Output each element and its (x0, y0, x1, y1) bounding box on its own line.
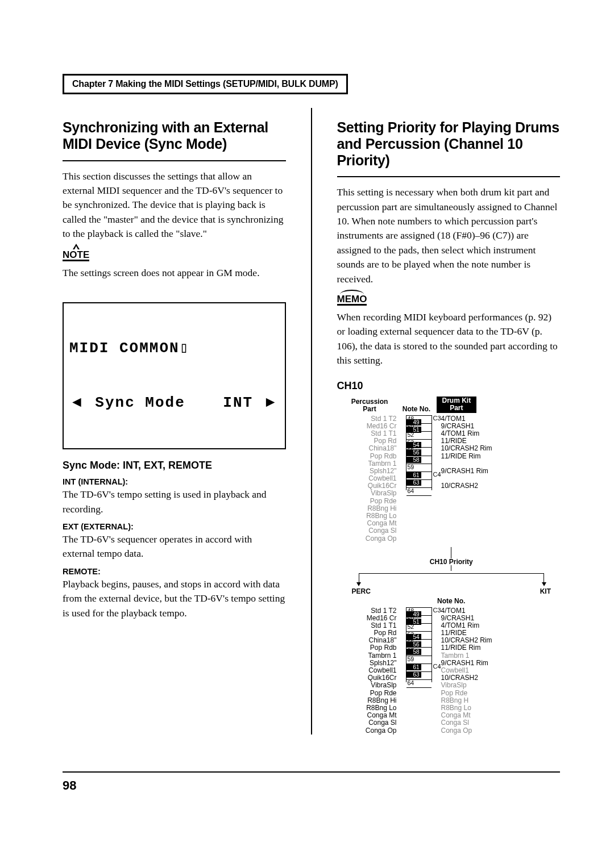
list-item: Med16 Cr (343, 423, 397, 430)
list-item: Conga Sl (343, 527, 397, 535)
list-item: Pop Rdb (343, 453, 397, 460)
lcd-line1: MIDI COMMON▯ (69, 340, 279, 357)
int-title: INT (INTERNAL): (63, 477, 286, 486)
note-icon: NOTE (63, 249, 89, 261)
list-item: R8Bng Hi (343, 697, 397, 704)
list-item: 4/TOM1 (441, 607, 561, 615)
list-item: VibraSlp (343, 682, 397, 689)
list-item: Conga Op (441, 727, 561, 735)
ch10-diagram: Percussion Part Note No. Drum Kit Part S… (343, 397, 561, 734)
right-heading: Setting Priority for Playing Drums and P… (337, 119, 561, 168)
ext-body: The TD-6V's sequencer operates in accord… (63, 532, 286, 561)
right-intro: This setting is necessary when both drum… (337, 185, 561, 286)
left-intro: This section discusses the settings that… (63, 169, 286, 241)
kit-branch: KIT (540, 588, 551, 595)
list-item: Tambrn 1 (343, 652, 397, 660)
chapter-header: Chapter 7 Making the MIDI Settings (SETU… (63, 74, 348, 94)
list-item: Pop Rdb (343, 644, 397, 652)
lcd-display: MIDI COMMON▯ ◄ Sync Mode INT ► (63, 302, 286, 450)
remote-title: REMOTE: (63, 567, 286, 576)
lcd-sync-mode: Sync Mode (95, 394, 185, 411)
list-item: R8Bng H (441, 697, 561, 704)
list-item: Conga Sl (343, 719, 397, 727)
list-item: Std 1 T2 (343, 607, 397, 615)
list-item: 10/CRASH2 Rim (441, 445, 561, 452)
list-item: Pop Rde (343, 498, 397, 505)
sync-mode-heading: Sync Mode: INT, EXT, REMOTE (63, 460, 286, 471)
ch10-label: CH10 (337, 380, 561, 392)
hdr-noteno2: Note No. (343, 598, 561, 605)
list-item: Tambrn 1 (343, 460, 397, 468)
remote-body: Playback begins, pauses, and stops in ac… (63, 577, 286, 620)
ext-title: EXT (EXTERNAL): (63, 522, 286, 531)
int-body: The TD-6V's tempo setting is used in pla… (63, 487, 286, 516)
list-item: 9/CRASH1 (441, 423, 561, 430)
list-item (441, 460, 561, 468)
list-item: VibraSlp (343, 490, 397, 497)
list-item: Std 1 T2 (343, 415, 397, 423)
list-item: Med16 Cr (343, 615, 397, 622)
memo-text: When recording MIDI keyboard performance… (337, 310, 561, 368)
right-column: Setting Priority for Playing Drums and P… (337, 119, 561, 735)
list-item: 10/CRASH2 (441, 482, 561, 490)
list-item: Pop Rde (441, 690, 561, 697)
hdr-noteno: Note No. (397, 406, 437, 413)
page-number: 98 (63, 778, 76, 793)
list-item: Conga Sl (441, 719, 561, 727)
left-column: Synchronizing with an External MIDI Devi… (63, 119, 286, 735)
list-item: China18" (343, 445, 397, 452)
hdr-percussion: Percussion Part (343, 398, 397, 412)
left-heading: Synchronizing with an External MIDI Devi… (63, 119, 286, 152)
memo-icon: MEMO (337, 293, 367, 306)
list-item: 11/RIDE Rim (441, 453, 561, 460)
list-item: 9/CRASH1 Rim (441, 468, 561, 475)
list-item: Pop Rde (343, 690, 397, 697)
priority-label: CH10 Priority (430, 558, 473, 566)
hdr-drumkit: Drum Kit Part (437, 397, 477, 412)
list-item: Conga Op (343, 535, 397, 542)
list-item: 11/RIDE Rim (441, 644, 561, 652)
list-item: Tambrn 1 (441, 652, 561, 660)
list-item: 9/CRASH1 (441, 615, 561, 622)
lcd-value: INT (223, 394, 253, 411)
note-text: The settings screen does not appear in G… (63, 266, 286, 280)
list-item: Conga Op (343, 727, 397, 735)
list-item: 4/TOM1 (441, 415, 561, 423)
perc-branch: PERC (352, 588, 371, 595)
footer-rule (63, 771, 560, 773)
list-item: VibraSlp (441, 682, 561, 689)
